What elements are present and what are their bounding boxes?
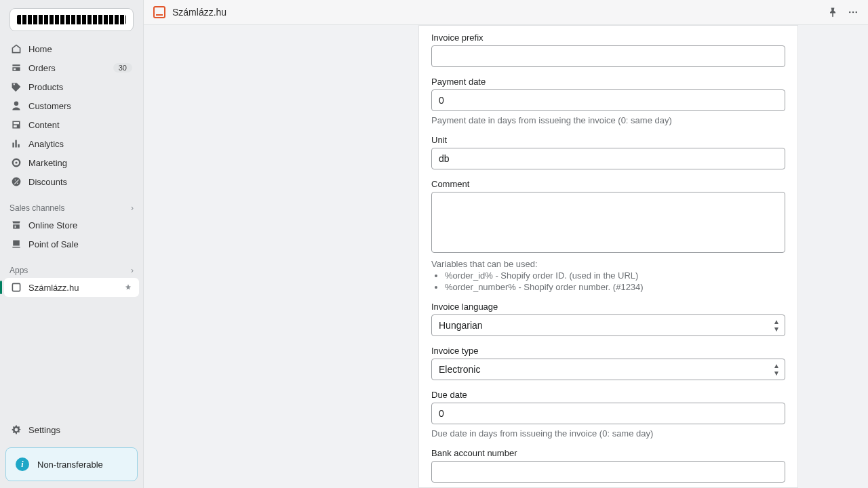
apps-nav: Számlázz.hu: [0, 277, 143, 298]
alert-text: Non-transferable: [37, 460, 103, 470]
sidebar-item-label: Point of Sale: [28, 239, 132, 249]
content-icon: [11, 119, 22, 130]
sales-channels-header[interactable]: Sales channels ›: [0, 199, 143, 214]
field-payment-date: Payment date Payment date in days from i…: [431, 77, 785, 125]
sidebar-item-szamlazz[interactable]: Számlázz.hu: [4, 278, 139, 297]
sidebar-item-discounts[interactable]: Discounts: [4, 172, 139, 191]
settings-label: Settings: [28, 425, 60, 435]
apps-header[interactable]: Apps ›: [0, 262, 143, 277]
sidebar-item-label: Discounts: [28, 177, 132, 187]
orders-badge: 30: [113, 63, 132, 73]
section-label: Sales channels: [9, 203, 64, 213]
section-label: Apps: [9, 266, 28, 275]
online-store-icon: [11, 220, 22, 230]
pin-icon[interactable]: [124, 283, 132, 291]
gear-icon: [11, 424, 22, 435]
home-icon: [11, 43, 22, 54]
help-due-date: Due date in days from issueing the invoi…: [431, 428, 785, 439]
sidebar-item-marketing[interactable]: Marketing: [4, 153, 139, 172]
sidebar-item-products[interactable]: Products: [4, 77, 139, 96]
pos-icon: [11, 239, 22, 249]
sidebar-item-analytics[interactable]: Analytics: [4, 134, 139, 153]
field-due-date: Due date Due date in days from issueing …: [431, 390, 785, 439]
field-invoice-language: Invoice language Hungarian ▲▼: [431, 302, 785, 336]
field-invoice-prefix: Invoice prefix: [431, 33, 785, 67]
label-payment-date: Payment date: [431, 77, 785, 87]
svg-point-1: [849, 12, 851, 14]
marketing-icon: [11, 157, 22, 168]
products-icon: [11, 81, 22, 92]
input-due-date[interactable]: [431, 403, 785, 424]
sidebar: Home Orders 30 Products Customers Cont: [0, 0, 144, 488]
sidebar-item-label: Products: [28, 82, 132, 92]
more-icon[interactable]: [848, 7, 859, 18]
svg-point-2: [852, 12, 854, 14]
chevron-right-icon: ›: [131, 266, 134, 275]
page-title: Számlázz.hu: [172, 7, 821, 18]
help-comment-vars: %order_id% - Shopify order ID. (used in …: [431, 270, 785, 292]
sidebar-item-customers[interactable]: Customers: [4, 96, 139, 115]
label-invoice-language: Invoice language: [431, 302, 785, 312]
sidebar-item-content[interactable]: Content: [4, 115, 139, 134]
field-comment: Comment Variables that can be used: %ord…: [431, 179, 785, 292]
app-logo-icon: [153, 6, 165, 18]
sidebar-item-home[interactable]: Home: [4, 39, 139, 58]
sidebar-item-label: Content: [28, 120, 132, 130]
sidebar-item-label: Számlázz.hu: [28, 283, 117, 293]
svg-point-3: [856, 12, 858, 14]
settings-card: Invoice prefix Payment date Payment date…: [418, 25, 798, 488]
orders-icon: [11, 62, 22, 73]
label-invoice-type: Invoice type: [431, 346, 785, 356]
info-alert: i Non-transferable: [5, 447, 138, 481]
content-scroll[interactable]: Invoice prefix Payment date Payment date…: [144, 25, 868, 488]
label-comment: Comment: [431, 179, 785, 189]
store-select[interactable]: [9, 8, 134, 31]
titlebar: Számlázz.hu: [144, 0, 868, 25]
main: Számlázz.hu Invoice prefix Payment date: [144, 0, 868, 488]
label-unit: Unit: [431, 135, 785, 145]
store-name-redacted: [17, 15, 126, 24]
discounts-icon: [11, 176, 22, 187]
help-payment-date: Payment date in days from issueing the i…: [431, 115, 785, 125]
sidebar-item-label: Analytics: [28, 139, 132, 149]
input-bank-account[interactable]: [431, 461, 785, 483]
help-var: %order_number% - Shopify order number. (…: [445, 282, 785, 292]
sidebar-item-pos[interactable]: Point of Sale: [4, 235, 139, 253]
primary-nav: Home Orders 30 Products Customers Cont: [0, 38, 143, 192]
help-comment-intro: Variables that can be used:: [431, 259, 785, 269]
customers-icon: [11, 100, 22, 111]
field-bank-account: Bank account number: [431, 448, 785, 483]
help-var: %order_id% - Shopify order ID. (used in …: [445, 270, 785, 281]
sidebar-item-online-store[interactable]: Online Store: [4, 216, 139, 235]
field-invoice-type: Invoice type Electronic ▲▼: [431, 346, 785, 380]
pin-icon[interactable]: [827, 7, 838, 18]
select-invoice-type[interactable]: Electronic: [431, 359, 785, 380]
sidebar-item-label: Customers: [28, 101, 132, 111]
chevron-right-icon: ›: [131, 203, 134, 213]
app-icon: [11, 282, 22, 293]
field-unit: Unit: [431, 135, 785, 169]
svg-rect-0: [12, 283, 20, 291]
sidebar-item-settings[interactable]: Settings: [0, 419, 143, 441]
sidebar-item-label: Home: [28, 44, 132, 54]
sidebar-item-orders[interactable]: Orders 30: [4, 58, 139, 77]
sidebar-item-label: Online Store: [28, 220, 132, 230]
select-invoice-language[interactable]: Hungarian: [431, 314, 785, 336]
label-bank-account: Bank account number: [431, 448, 785, 458]
input-unit[interactable]: [431, 148, 785, 169]
label-invoice-prefix: Invoice prefix: [431, 33, 785, 43]
sidebar-item-label: Orders: [28, 63, 106, 73]
info-icon: i: [16, 458, 29, 471]
label-due-date: Due date: [431, 390, 785, 400]
analytics-icon: [11, 138, 22, 149]
sidebar-item-label: Marketing: [28, 158, 132, 168]
input-payment-date[interactable]: [431, 89, 785, 111]
settings-side-description: [144, 25, 398, 488]
textarea-comment[interactable]: [431, 192, 785, 253]
sales-channels-nav: Online Store Point of Sale: [0, 214, 143, 255]
input-invoice-prefix[interactable]: [431, 45, 785, 67]
